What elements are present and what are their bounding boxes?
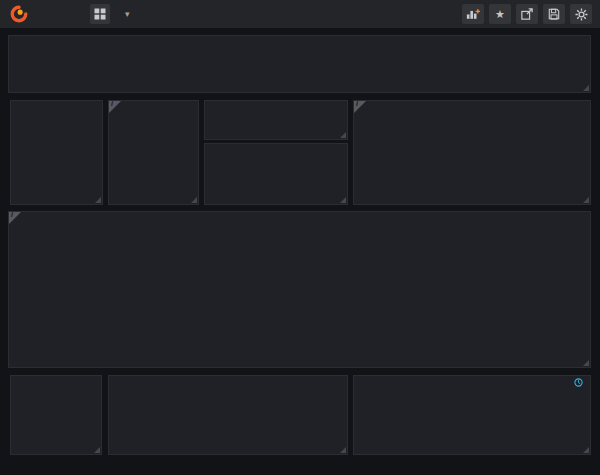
- legend-swatch: [364, 198, 375, 201]
- solar-col-header[interactable]: [293, 392, 345, 405]
- legend-swatch: [564, 362, 575, 365]
- panel-resize-handle[interactable]: [583, 447, 589, 453]
- time-range-picker[interactable]: [574, 378, 586, 387]
- top-navbar: ▾ ★: [0, 0, 600, 28]
- info-icon: i: [11, 211, 13, 219]
- info-text: [11, 389, 101, 391]
- panel-resize-handle[interactable]: [340, 132, 346, 138]
- settings-button[interactable]: [570, 4, 592, 24]
- panel-batterie-ladespannung: [10, 100, 103, 205]
- main-chart-legend-left[interactable]: [49, 362, 64, 365]
- save-button[interactable]: [543, 4, 565, 24]
- solar-table-header: [109, 389, 347, 405]
- panel-pv-spannung: i: [353, 100, 591, 205]
- panel-resize-handle[interactable]: [583, 197, 589, 203]
- legend-swatch: [541, 362, 552, 365]
- legend-swatch: [388, 198, 399, 201]
- add-panel-button[interactable]: [462, 4, 484, 24]
- main-chart-legend-right: [541, 362, 578, 365]
- panel-solarleistung: [108, 375, 348, 455]
- star-button[interactable]: ★: [489, 4, 511, 24]
- panel-title[interactable]: [9, 36, 590, 49]
- legend-item[interactable]: [541, 362, 555, 365]
- panel-leistung-temperatur: i: [8, 211, 591, 368]
- panel-resize-handle[interactable]: [95, 197, 101, 203]
- share-icon: [521, 8, 533, 20]
- pv-voltage-chart: [354, 114, 590, 186]
- grafana-logo[interactable]: [10, 5, 28, 23]
- legend-item[interactable]: [364, 198, 378, 201]
- panel-title[interactable]: [354, 101, 590, 114]
- info-icon: i: [111, 100, 113, 108]
- panel-informationen: [10, 375, 102, 455]
- legend-item[interactable]: [564, 362, 578, 365]
- panel-resize-handle[interactable]: [583, 360, 589, 366]
- panel-resize-handle[interactable]: [340, 197, 346, 203]
- add-panel-icon: [466, 8, 480, 20]
- share-button[interactable]: [516, 4, 538, 24]
- panel-title[interactable]: [109, 101, 198, 114]
- grid-icon: [94, 8, 106, 20]
- panel-resize-handle[interactable]: [191, 197, 197, 203]
- battery-voltage-gauge: [11, 114, 102, 202]
- panel-resize-handle[interactable]: [94, 447, 100, 453]
- daily-output-chart: [354, 389, 590, 455]
- legend-swatch: [49, 362, 60, 365]
- panel-resize-handle[interactable]: [583, 85, 589, 91]
- panel-title[interactable]: [9, 212, 590, 225]
- legend-item[interactable]: [388, 198, 402, 201]
- save-icon: [548, 8, 560, 20]
- panel-title[interactable]: [11, 376, 101, 389]
- pv-chart-legend: [364, 198, 402, 201]
- battery-current-gauge: [109, 114, 198, 202]
- chevron-down-icon: ▾: [125, 9, 130, 19]
- dashboard-picker-button[interactable]: [90, 4, 110, 24]
- panel-title[interactable]: [11, 101, 102, 114]
- panel-batterie-ladestrom: i: [108, 100, 199, 205]
- panel-title[interactable]: [109, 376, 347, 389]
- panel-ladestatus: [204, 143, 348, 205]
- grafana-dashboard: { "nav": { "title": "Finca Demo", "accen…: [0, 0, 600, 475]
- power-temperature-chart: [9, 225, 590, 353]
- nav-actions: ★: [462, 4, 592, 24]
- dashboard-title-dropdown[interactable]: ▾: [119, 9, 130, 19]
- star-icon: ★: [495, 8, 505, 21]
- solar-col-header[interactable]: [111, 392, 291, 405]
- panel-tagesleistung: [353, 375, 591, 455]
- panel-resize-handle[interactable]: [340, 447, 346, 453]
- gear-icon: [575, 8, 588, 21]
- panel-date: [204, 100, 348, 140]
- panel-title[interactable]: [354, 376, 590, 389]
- clock-icon: [574, 378, 583, 387]
- info-icon: i: [356, 100, 358, 108]
- panel-weather: [8, 35, 591, 93]
